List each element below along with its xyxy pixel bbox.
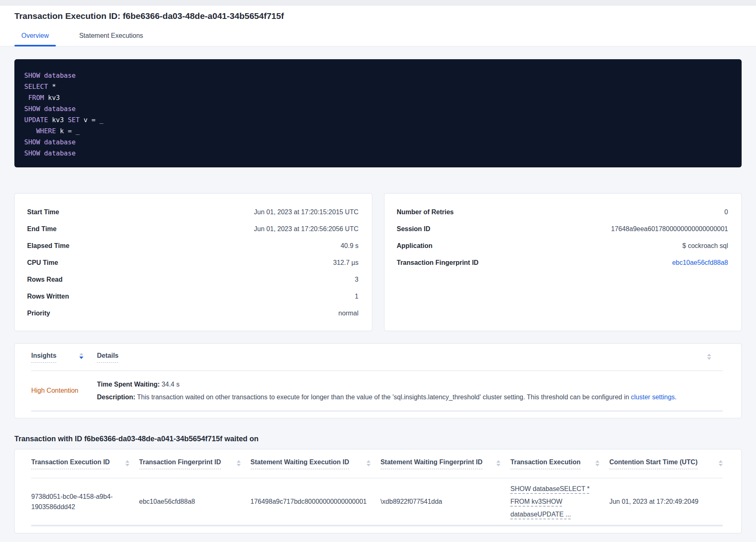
sort-icon-insights[interactable] (79, 353, 83, 359)
rows-written-label: Rows Written (27, 293, 69, 300)
application-value: $ cockroach sql (682, 242, 728, 250)
summary-row-txn-fingerprint: Transaction Fingerprint ID ebc10ae56cfd8… (397, 254, 728, 271)
txn-fingerprint-label: Transaction Fingerprint ID (397, 259, 479, 266)
waited-on-table-header: Transaction Execution ID Transaction Fin… (31, 449, 723, 478)
retries-label: Number of Retries (397, 208, 454, 216)
session-id-value: 17648a9eea6017800000000000000001 (611, 225, 728, 233)
rows-written-value: 1 (355, 293, 359, 300)
summary-row-elapsed-time: Elapsed Time 40.9 s (27, 237, 359, 254)
col-transaction-fingerprint-id[interactable]: Transaction Fingerprint ID (139, 459, 251, 469)
description-period: . (675, 394, 676, 401)
cell-statement-waiting-fingerprint-id: \xdb8922f077541dda (380, 496, 510, 507)
insights-column-header[interactable]: Insights (31, 352, 97, 363)
col-statement-waiting-fingerprint-id[interactable]: Statement Waiting Fingerprint ID (380, 459, 510, 469)
txn-fingerprint-link[interactable]: ebc10ae56cfd88a8 (672, 259, 728, 266)
retries-value: 0 (724, 208, 728, 216)
tab-statement-executions[interactable]: Statement Executions (72, 32, 150, 46)
end-time-label: End Time (27, 225, 57, 233)
insight-badge: High Contention (31, 387, 97, 394)
sort-icon-statement-waiting-fingerprint-id[interactable] (496, 460, 500, 466)
sort-icon-statement-waiting-execution-id[interactable] (366, 460, 371, 466)
sort-icon-transaction-fingerprint-id[interactable] (237, 460, 241, 466)
elapsed-time-label: Elapsed Time (27, 242, 69, 250)
sql-statements: SHOW databaseSELECT * FROM kv3SHOW datab… (14, 59, 742, 167)
summary-row-rows-written: Rows Written 1 (27, 288, 359, 305)
statement-waiting-execution-id-label[interactable]: Statement Waiting Execution ID (251, 459, 349, 469)
sort-icon-right[interactable] (707, 354, 711, 360)
summary-row-priority: Priority normal (27, 305, 359, 322)
insight-details: Time Spent Waiting: 34.4 s Description: … (97, 378, 723, 403)
time-spent-waiting-label: Time Spent Waiting: (97, 381, 160, 388)
end-time-value: Jun 01, 2023 at 17:20:56:2056 UTC (254, 225, 358, 233)
application-label: Application (397, 242, 433, 250)
cell-contention-start-time: Jun 01, 2023 at 17:20:49:2049 (609, 496, 723, 507)
start-time-label: Start Time (27, 208, 59, 216)
tab-bar: Overview Statement Executions (14, 32, 742, 46)
summary-card-left: Start Time Jun 01, 2023 at 17:20:15:2015… (14, 193, 372, 331)
col-transaction-execution[interactable]: Transaction Execution (510, 459, 609, 469)
waited-on-row-divider (31, 525, 723, 526)
transaction-execution-label[interactable]: Transaction Execution (510, 459, 581, 469)
sort-icon-transaction-execution[interactable] (595, 460, 599, 466)
page-title: Transaction Execution ID: f6be6366-da03-… (14, 11, 742, 21)
contention-start-time-label[interactable]: Contention Start Time (UTC) (609, 459, 698, 469)
cpu-time-label: CPU Time (27, 259, 58, 266)
page-header: Transaction Execution ID: f6be6366-da03-… (0, 6, 756, 46)
details-column-label[interactable]: Details (97, 352, 118, 363)
statement-waiting-fingerprint-id-label[interactable]: Statement Waiting Fingerprint ID (380, 459, 482, 469)
time-spent-waiting-value: 34.4 s (161, 381, 180, 388)
cluster-settings-link[interactable]: cluster settings (631, 394, 675, 401)
priority-label: Priority (27, 310, 50, 317)
sort-icon-transaction-execution-id[interactable] (125, 460, 129, 466)
waited-on-row: 9738d051-bc0e-4158-a9b4-1903586ddd42 ebc… (31, 478, 723, 525)
insights-table-header: Insights Details (31, 344, 723, 371)
insights-row-divider (31, 410, 723, 412)
cpu-time-value: 312.7 µs (333, 259, 359, 266)
description-text: This transaction waited on other transac… (137, 394, 631, 401)
page-content: SHOW databaseSELECT * FROM kv3SHOW datab… (0, 59, 756, 533)
waited-on-table: Transaction Execution ID Transaction Fin… (14, 449, 742, 533)
summary-row-start-time: Start Time Jun 01, 2023 at 17:20:15:2015… (27, 204, 359, 220)
summary-row-application: Application $ cockroach sql (397, 237, 728, 254)
summary-row-retries: Number of Retries 0 (397, 204, 728, 220)
col-statement-waiting-execution-id[interactable]: Statement Waiting Execution ID (251, 459, 380, 469)
cell-transaction-execution-id: 9738d051-bc0e-4158-a9b4-1903586ddd42 (31, 491, 139, 512)
col-contention-start-time[interactable]: Contention Start Time (UTC) (609, 459, 723, 469)
summary-card-right: Number of Retries 0 Session ID 17648a9ee… (384, 193, 742, 331)
top-strip (0, 0, 756, 6)
rows-read-label: Rows Read (27, 276, 62, 283)
summary-cards-row: Start Time Jun 01, 2023 at 17:20:15:2015… (14, 193, 742, 331)
summary-row-cpu-time: CPU Time 312.7 µs (27, 254, 359, 271)
session-id-label: Session ID (397, 225, 431, 233)
insights-table: Insights Details High Contention Time Sp… (14, 343, 742, 418)
cell-transaction-fingerprint-id: ebc10ae56cfd88a8 (139, 496, 251, 507)
rows-read-value: 3 (355, 276, 359, 283)
waited-on-heading: Transaction with ID f6be6366-da03-48de-a… (14, 435, 742, 443)
insights-column-label[interactable]: Insights (31, 352, 56, 363)
insight-row: High Contention Time Spent Waiting: 34.4… (31, 371, 723, 410)
cell-transaction-execution: SHOW databaseSELECT * FROM kv3SHOW datab… (510, 482, 609, 521)
transaction-execution-id-label[interactable]: Transaction Execution ID (31, 459, 110, 469)
start-time-value: Jun 01, 2023 at 17:20:15:2015 UTC (254, 208, 358, 216)
summary-row-rows-read: Rows Read 3 (27, 271, 359, 288)
description-line: Description: This transaction waited on … (97, 391, 723, 403)
priority-value: normal (339, 310, 359, 317)
cell-statement-waiting-execution-id: 176498a9c717bdc80000000000000001 (251, 496, 380, 507)
col-transaction-execution-id[interactable]: Transaction Execution ID (31, 459, 139, 469)
tab-overview[interactable]: Overview (14, 32, 56, 46)
elapsed-time-value: 40.9 s (341, 242, 359, 250)
transaction-execution-statement-link[interactable]: SHOW databaseSELECT * FROM kv3SHOW datab… (510, 482, 597, 521)
description-label: Description: (97, 394, 135, 401)
summary-row-session-id: Session ID 17648a9eea6017800000000000000… (397, 220, 728, 237)
summary-row-end-time: End Time Jun 01, 2023 at 17:20:56:2056 U… (27, 220, 359, 237)
sort-icon-contention-start-time[interactable] (719, 460, 723, 466)
transaction-fingerprint-id-label[interactable]: Transaction Fingerprint ID (139, 459, 221, 469)
time-spent-waiting-line: Time Spent Waiting: 34.4 s (97, 378, 723, 391)
